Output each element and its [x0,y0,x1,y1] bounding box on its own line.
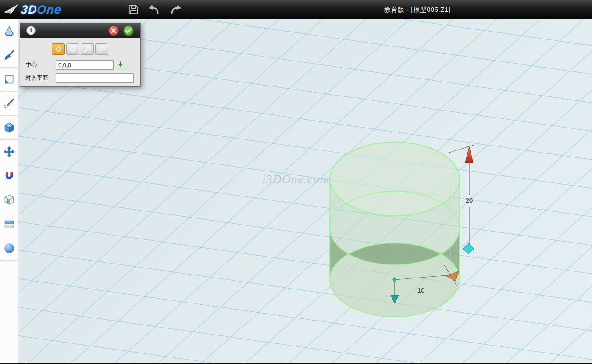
mid-handle-diamond[interactable] [463,243,474,254]
sketch-plane-icon [4,74,15,85]
redo-icon [169,4,182,15]
sidebar-primitives-button[interactable] [0,19,18,43]
viewport[interactable]: i3DOne.com 20 10 [18,19,592,364]
watermark: i3DOne.com [262,173,329,186]
app-logo: 3DOne [0,3,86,17]
cancel-button[interactable] [108,25,119,36]
height-dimension-label: 20 [466,196,473,204]
primitives-icon [4,25,15,37]
save-icon [128,4,139,15]
mode-offset-alt-button[interactable] [95,43,108,55]
render-sphere-icon [4,243,15,254]
move-icon [4,146,15,157]
align-plane-label: 对齐平面 [25,74,56,82]
confirm-icon [123,25,134,36]
center-field-row: 中心 [20,60,140,73]
cylinder-dialog: 中心 对齐平面 [20,23,141,87]
logo-text: 3DOne [20,3,62,17]
center-input[interactable] [56,60,114,70]
sidebar-magnet-button[interactable] [0,164,18,188]
center-mode-row [20,38,140,60]
section-icon [4,218,15,230]
brush-icon [4,50,15,61]
paper-plane-icon [4,4,19,16]
sidebar-move-button[interactable] [0,140,18,164]
sidebar-solid-cube-button[interactable] [0,116,18,140]
sidebar-render-button[interactable] [0,236,18,261]
diamond-arrow-icon [97,44,107,54]
sidebar-sketch-plane-button[interactable] [0,68,18,92]
quick-access-toolbar [126,3,182,17]
align-plane-input[interactable] [56,73,134,83]
engrave-icon [4,98,15,109]
mode-point-alt-button[interactable] [66,43,79,55]
undo-icon [148,4,160,15]
diamond-arrow-icon [82,44,92,54]
mode-point-button[interactable] [52,43,65,55]
radius-dimension-label: 10 [417,286,425,294]
cube-icon [4,122,15,133]
diamond-icon [68,44,78,54]
align-plane-field-row: 对齐平面 [20,73,140,86]
confirm-button[interactable] [123,25,134,36]
height-handle-arrow[interactable] [465,147,473,163]
magnet-icon [4,170,15,182]
mode-offset-button[interactable] [81,43,94,55]
titlebar: 3DOne 教育版 - [模型005.Z1] [0,0,592,19]
cancel-icon [108,25,119,36]
undo-button[interactable] [147,3,161,17]
sidebar-sketch-brush-button[interactable] [0,43,18,68]
point-picker-button[interactable] [116,61,125,69]
save-button[interactable] [126,3,140,17]
center-field-label: 中心 [25,61,56,69]
diamond-icon [53,44,63,54]
redo-button[interactable] [168,3,182,17]
material-cube-icon [4,194,15,206]
document-title: 教育版 - [模型005.Z1] [384,0,450,19]
sidebar-section-button[interactable] [0,212,18,236]
info-icon[interactable] [26,26,36,35]
left-toolbar [0,19,18,364]
dialog-header[interactable] [20,23,140,38]
dialog-body: 中心 对齐平面 [20,38,140,86]
center-point-marker[interactable] [393,278,396,281]
pick-point-icon [117,61,125,69]
extension-line-top [448,145,475,153]
sidebar-engrave-button[interactable] [0,92,18,116]
sidebar-material-button[interactable] [0,188,18,212]
